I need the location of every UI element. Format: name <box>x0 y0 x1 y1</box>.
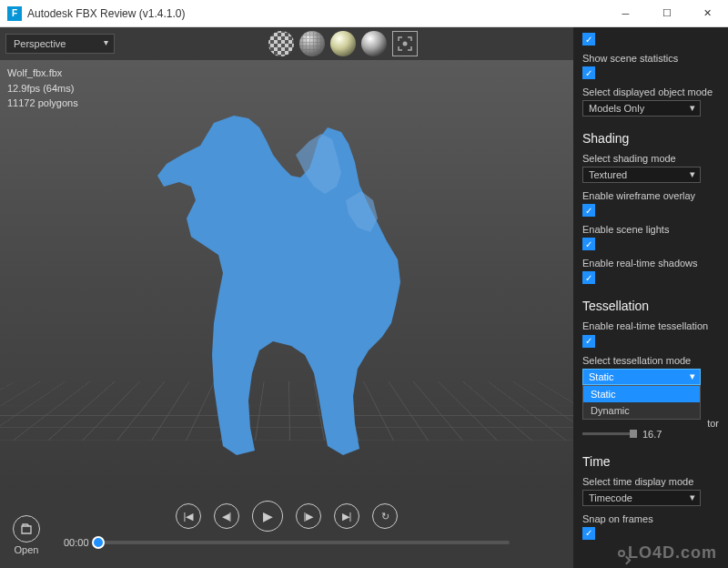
timeline-track[interactable] <box>98 541 510 544</box>
object-mode-dropdown[interactable]: Models Only <box>582 100 701 117</box>
shading-wireframe-icon[interactable] <box>299 31 325 56</box>
go-start-button[interactable]: |◀ <box>176 503 201 529</box>
time-heading: Time <box>582 454 719 469</box>
loop-button[interactable]: ↻ <box>372 503 398 529</box>
tess-mode-dropdown[interactable]: Static <box>582 369 701 385</box>
shading-mode-dropdown[interactable]: Textured <box>582 167 701 183</box>
snap-frames-label: Snap on frames <box>582 513 719 524</box>
viewport-toolbar: Perspective <box>0 27 573 60</box>
snap-frames-checkbox[interactable]: ✓ <box>582 527 595 540</box>
tess-enable-label: Enable real-time tessellation <box>582 320 719 331</box>
svg-point-0 <box>403 42 408 46</box>
frame-selection-icon[interactable] <box>392 31 418 56</box>
tess-mode-option-dynamic[interactable]: Dynamic <box>583 402 700 419</box>
wireframe-checkbox[interactable]: ✓ <box>582 204 595 217</box>
close-button[interactable]: ✕ <box>687 0 728 27</box>
open-file-button[interactable] <box>13 515 40 543</box>
shading-heading: Shading <box>582 131 719 146</box>
minimize-button[interactable]: ─ <box>605 0 646 27</box>
open-file-label: Open <box>15 544 39 555</box>
show-stats-checkbox[interactable]: ✓ <box>582 66 595 79</box>
tess-mode-option-static[interactable]: Static <box>583 386 700 402</box>
viewport-canvas[interactable]: Wolf_fbx.fbx 12.9fps (64ms) 11172 polygo… <box>0 60 573 495</box>
tess-mode-menu: Static Dynamic <box>582 385 701 420</box>
tess-factor-slider[interactable] <box>582 432 637 435</box>
wireframe-label: Enable wireframe overlay <box>582 190 719 201</box>
shadows-checkbox[interactable]: ✓ <box>582 271 595 284</box>
time-mode-label: Select time display mode <box>582 476 719 487</box>
app-icon: F <box>7 6 22 21</box>
settings-sidebar: ✓ Show scene statistics ✓ Select display… <box>573 27 728 568</box>
playback-bar: |◀ ◀| ▶ |▶ ▶| ↻ 00:00 Open <box>0 495 573 568</box>
window-title: Autodesk FBX Review (v1.4.1.0) <box>27 7 605 20</box>
time-mode-dropdown[interactable]: Timecode <box>582 490 701 506</box>
tess-enable-checkbox[interactable]: ✓ <box>582 335 595 348</box>
step-back-button[interactable]: ◀| <box>214 503 239 529</box>
scene-lights-checkbox[interactable]: ✓ <box>582 238 595 250</box>
play-button[interactable]: ▶ <box>252 501 283 532</box>
shading-checker-icon[interactable] <box>268 31 294 56</box>
wolf-model <box>114 68 460 469</box>
step-forward-button[interactable]: |▶ <box>296 503 321 529</box>
shadow-icon[interactable] <box>361 31 387 56</box>
window-titlebar: F Autodesk FBX Review (v1.4.1.0) ─ ☐ ✕ <box>0 0 728 27</box>
timecode-display: 00:00 <box>64 537 89 548</box>
show-stats-label: Show scene statistics <box>582 53 719 64</box>
object-mode-label: Select displayed object mode <box>582 86 719 97</box>
lighting-icon[interactable] <box>330 31 356 56</box>
maximize-button[interactable]: ☐ <box>646 0 687 27</box>
tessellation-heading: Tessellation <box>582 299 719 313</box>
stat-polys: 11172 polygons <box>7 96 78 111</box>
shadows-label: Enable real-time shadows <box>582 258 719 269</box>
go-end-button[interactable]: ▶| <box>334 503 359 529</box>
scene-stats: Wolf_fbx.fbx 12.9fps (64ms) 11172 polygo… <box>7 66 78 111</box>
tess-factor-value: 16.7 <box>642 429 662 440</box>
stat-fps: 12.9fps (64ms) <box>7 81 78 96</box>
show-3d-axis-checkbox[interactable]: ✓ <box>582 33 595 46</box>
timeline-thumb[interactable] <box>92 536 105 549</box>
shading-mode-label: Select shading mode <box>582 153 719 164</box>
scene-lights-label: Enable scene lights <box>582 224 719 235</box>
camera-dropdown[interactable]: Perspective <box>5 34 115 54</box>
tess-mode-label: Select tessellation mode <box>582 355 719 366</box>
tess-factor-label-partial: tor <box>707 418 719 429</box>
tess-factor-thumb[interactable] <box>630 430 637 438</box>
stat-filename: Wolf_fbx.fbx <box>7 66 78 81</box>
